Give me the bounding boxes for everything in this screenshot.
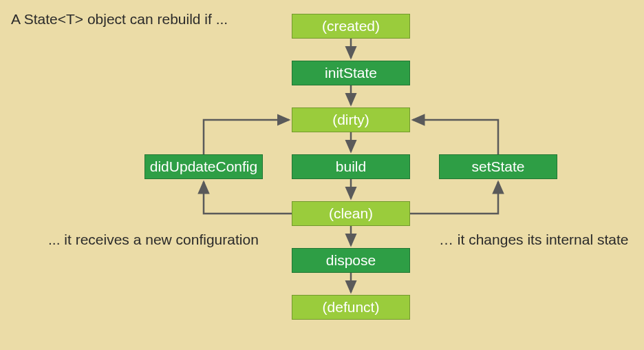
node-dispose: dispose (292, 248, 410, 273)
node-clean: (clean) (292, 201, 410, 226)
node-setstate: setState (439, 154, 557, 179)
node-didupdateconfig: didUpdateConfig (144, 154, 263, 179)
caption-left: ... it receives a new configuration (48, 231, 259, 248)
arrow-didupdateconfig-dirty (204, 120, 289, 154)
node-created: (created) (292, 14, 410, 39)
arrow-clean-didupdateconfig (204, 182, 292, 214)
node-initstate: initState (292, 61, 410, 85)
node-dirty: (dirty) (292, 107, 410, 132)
arrow-setstate-dirty (413, 120, 498, 154)
diagram-title: A State<T> object can rebuild if ... (11, 11, 228, 28)
caption-right: … it changes its internal state (439, 231, 628, 248)
node-defunct: (defunct) (292, 295, 410, 320)
node-build: build (292, 154, 410, 179)
arrow-clean-setstate (410, 182, 498, 214)
